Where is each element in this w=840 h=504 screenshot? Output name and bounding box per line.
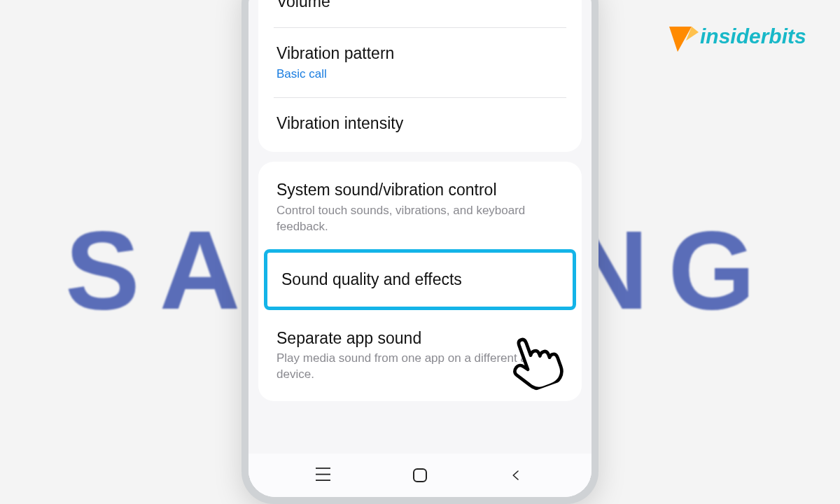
highlight-sound-quality: Sound quality and effects <box>264 249 576 310</box>
row-vibration-intensity-title: Vibration intensity <box>276 113 564 134</box>
back-icon <box>510 469 522 482</box>
row-system-sound-subtitle: Control touch sounds, vibrations, and ke… <box>276 203 564 235</box>
row-separate-app-title: Separate app sound <box>276 328 564 349</box>
row-sound-quality[interactable]: Sound quality and effects <box>267 253 573 307</box>
settings-card-advanced: System sound/vibration control Control t… <box>258 162 582 401</box>
settings-card-sound-basic: Volume Vibration pattern Basic call Vibr… <box>258 0 582 152</box>
row-sound-quality-title: Sound quality and effects <box>281 270 559 290</box>
nav-recents-button[interactable]: ||| <box>303 461 345 489</box>
phone-screen-frame: Volume Vibration pattern Basic call Vibr… <box>248 0 592 497</box>
watermark-text: insiderbits <box>700 24 806 48</box>
row-volume-title: Volume <box>276 0 564 12</box>
recents-icon: ||| <box>315 466 333 484</box>
row-vibration-pattern-title: Vibration pattern <box>276 43 564 64</box>
android-navbar: ||| <box>248 454 592 497</box>
settings-screen: Volume Vibration pattern Basic call Vibr… <box>248 0 592 497</box>
row-volume[interactable]: Volume <box>258 0 582 27</box>
svg-marker-0 <box>669 27 692 52</box>
row-system-sound[interactable]: System sound/vibration control Control t… <box>258 164 582 251</box>
row-separate-app-subtitle: Play media sound from one app on a diffe… <box>276 351 564 383</box>
insiderbits-logo-icon: insiderbits <box>665 20 819 59</box>
row-separate-app-sound[interactable]: Separate app sound Play media sound from… <box>258 313 582 399</box>
row-system-sound-title: System sound/vibration control <box>276 180 564 200</box>
row-vibration-pattern[interactable]: Vibration pattern Basic call <box>258 28 582 98</box>
home-icon <box>413 468 427 482</box>
phone-mockup: Volume Vibration pattern Basic call Vibr… <box>241 0 598 504</box>
watermark-logo: insiderbits <box>665 20 819 59</box>
row-vibration-pattern-subtitle: Basic call <box>276 66 564 83</box>
settings-list: Volume Vibration pattern Basic call Vibr… <box>248 0 592 454</box>
nav-home-button[interactable] <box>399 461 441 489</box>
nav-back-button[interactable] <box>495 461 537 489</box>
row-vibration-intensity[interactable]: Vibration intensity <box>258 98 582 149</box>
